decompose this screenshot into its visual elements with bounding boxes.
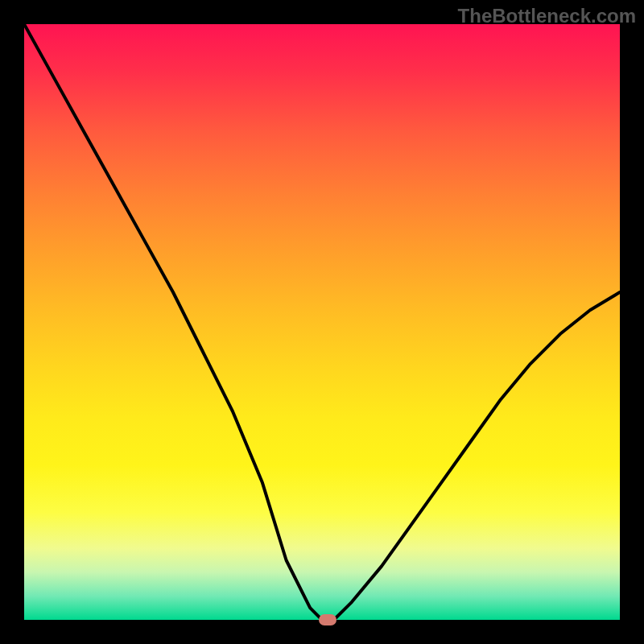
attribution-label: TheBottleneck.com: [458, 5, 636, 27]
curve-svg: [24, 24, 620, 620]
chart-curve: [24, 24, 620, 620]
minimum-marker: [319, 614, 336, 625]
chart-plot-area: [24, 24, 620, 620]
